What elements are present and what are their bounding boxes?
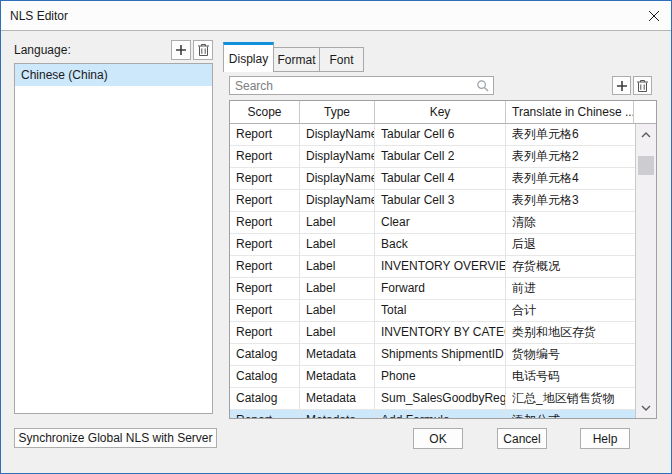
table-cell: Label [300, 234, 375, 255]
table-cell: Report [230, 300, 300, 321]
scroll-up-icon[interactable] [636, 126, 656, 143]
table-row[interactable]: CatalogMetadataShipments ShipmentID货物编号 [230, 344, 656, 366]
table-cell: 电话号码 [506, 366, 634, 387]
cancel-button[interactable]: Cancel [497, 428, 547, 449]
add-language-button[interactable] [171, 40, 191, 60]
table-row[interactable]: ReportLabelTotal合计 [230, 300, 656, 322]
table-cell: Phone [375, 366, 506, 387]
table-cell: Catalog [230, 388, 300, 409]
table-cell: 前进 [506, 278, 634, 299]
table-cell: Report [230, 322, 300, 343]
table-cell: Report [230, 168, 300, 189]
scrollbar-thumb[interactable] [638, 156, 654, 175]
table-cell: DisplayName [300, 190, 375, 211]
table-cell: Tabular Cell 4 [375, 168, 506, 189]
table-cell: Tabular Cell 2 [375, 146, 506, 167]
add-entry-button[interactable] [612, 76, 631, 95]
column-header-key[interactable]: Key [375, 101, 506, 123]
table-row[interactable]: ReportLabelINVENTORY OVERVIEW存货概况 [230, 256, 656, 278]
tab-font[interactable]: Font [319, 47, 364, 72]
sync-global-nls-button[interactable]: Synchronize Global NLS with Server [14, 428, 217, 448]
table-cell: Back [375, 234, 506, 255]
table-cell: Add Formula [375, 410, 506, 418]
table-cell: 表列单元格2 [506, 146, 634, 167]
trash-icon [197, 43, 210, 57]
tab-strip: Display Format Font [223, 42, 364, 72]
search-input[interactable] [230, 77, 493, 94]
table-cell: DisplayName [300, 146, 375, 167]
table-cell: Sum_SalesGoodbyRegion [375, 388, 506, 409]
table-cell: 后退 [506, 234, 634, 255]
table-cell: Report [230, 212, 300, 233]
table-cell: Label [300, 322, 375, 343]
table-cell: Report [230, 278, 300, 299]
column-header-type[interactable]: Type [300, 101, 375, 123]
table-cell: INVENTORY OVERVIEW [375, 256, 506, 277]
title-bar[interactable]: NLS Editor [1, 1, 671, 31]
delete-language-button[interactable] [193, 40, 213, 60]
table-body: ReportDisplayNameTabular Cell 6表列单元格6Rep… [230, 124, 656, 418]
table-row[interactable]: ReportDisplayNameTabular Cell 6表列单元格6 [230, 124, 656, 146]
column-header-translate[interactable]: Translate in Chinese ... [506, 101, 634, 123]
search-box [229, 76, 494, 95]
table-cell: Total [375, 300, 506, 321]
tab-format[interactable]: Format [273, 47, 320, 72]
table-cell: 合计 [506, 300, 634, 321]
table-header: Scope Type Key Translate in Chinese ... [230, 101, 656, 124]
language-label: Language: [14, 43, 71, 57]
table-row[interactable]: ReportDisplayNameTabular Cell 2表列单元格2 [230, 146, 656, 168]
table-cell: 清除 [506, 212, 634, 233]
tab-display[interactable]: Display [223, 42, 274, 72]
table-cell: Metadata [300, 388, 375, 409]
table-cell: 添加公式 [506, 410, 634, 418]
table-row[interactable]: CatalogMetadataPhone电话号码 [230, 366, 656, 388]
table-cell: Report [230, 256, 300, 277]
dialog-body: Language: Chinese (China) Synchronize Gl… [1, 32, 671, 473]
table-row[interactable]: ReportDisplayNameTabular Cell 3表列单元格3 [230, 190, 656, 212]
language-item[interactable]: Chinese (China) [15, 64, 212, 86]
table-cell: Label [300, 278, 375, 299]
column-header-spacer [634, 101, 656, 123]
table-cell: Tabular Cell 6 [375, 124, 506, 145]
column-header-scope[interactable]: Scope [230, 101, 300, 123]
table-row[interactable]: ReportDisplayNameTabular Cell 4表列单元格4 [230, 168, 656, 190]
table-cell: 汇总_地区销售货物 [506, 388, 634, 409]
search-icon [476, 79, 490, 93]
nls-editor-dialog: NLS Editor Language: Chinese (C [0, 0, 672, 474]
table-cell: Catalog [230, 366, 300, 387]
table-cell: 表列单元格6 [506, 124, 634, 145]
table-cell: Label [300, 300, 375, 321]
table-row[interactable]: CatalogMetadataSum_SalesGoodbyRegion汇总_地… [230, 388, 656, 410]
plus-icon [616, 80, 628, 92]
help-button[interactable]: Help [580, 428, 630, 449]
table-cell: Report [230, 190, 300, 211]
table-cell: Clear [375, 212, 506, 233]
delete-entry-button[interactable] [633, 76, 652, 95]
trash-icon [636, 79, 649, 93]
table-cell: 表列单元格4 [506, 168, 634, 189]
ok-button[interactable]: OK [413, 428, 463, 449]
table-cell: Report [230, 146, 300, 167]
table-cell: 货物编号 [506, 344, 634, 365]
table-row[interactable]: ReportLabelBack后退 [230, 234, 656, 256]
close-icon[interactable] [646, 8, 662, 24]
table-row[interactable]: ReportLabelINVENTORY BY CATEG...类别和地区存货 [230, 322, 656, 344]
translation-table: Scope Type Key Translate in Chinese ... … [229, 100, 657, 419]
table-cell: Report [230, 410, 300, 418]
table-cell: Catalog [230, 344, 300, 365]
table-cell: Report [230, 234, 300, 255]
table-cell: Forward [375, 278, 506, 299]
table-row[interactable]: ReportLabelClear清除 [230, 212, 656, 234]
table-cell: Shipments ShipmentID [375, 344, 506, 365]
table-cell: Label [300, 256, 375, 277]
language-list[interactable]: Chinese (China) [14, 63, 213, 414]
window-title: NLS Editor [10, 9, 68, 23]
table-row[interactable]: ReportLabelForward前进 [230, 278, 656, 300]
table-cell: 类别和地区存货 [506, 322, 634, 343]
vertical-scrollbar[interactable] [635, 124, 656, 418]
table-cell: Metadata [300, 366, 375, 387]
table-row[interactable]: ReportMetadataAdd Formula添加公式 [230, 410, 656, 418]
table-cell: INVENTORY BY CATEG... [375, 322, 506, 343]
table-cell: Report [230, 124, 300, 145]
scroll-down-icon[interactable] [636, 399, 656, 416]
